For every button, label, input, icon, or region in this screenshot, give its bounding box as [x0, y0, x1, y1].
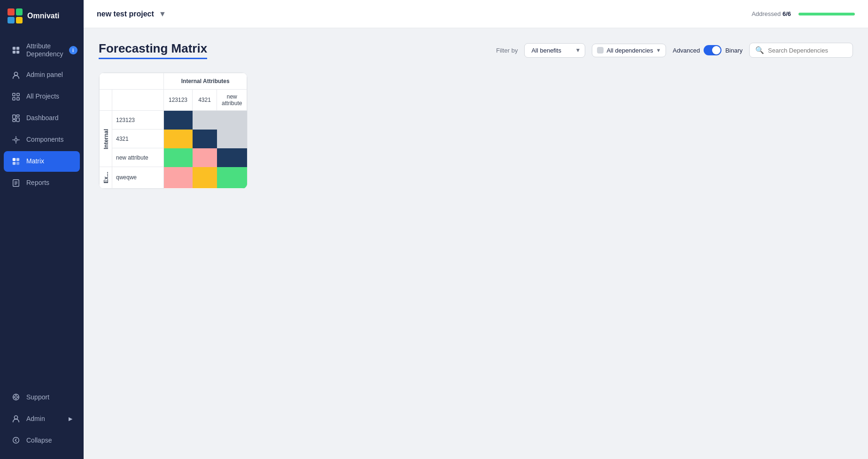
- addressed-label: Addressed 6/6: [752, 10, 791, 17]
- svg-rect-5: [13, 93, 15, 95]
- cell-0-2[interactable]: [217, 111, 247, 130]
- cell-2-0[interactable]: [164, 148, 193, 167]
- support-icon: [11, 392, 21, 402]
- table-row: 4321: [100, 130, 247, 148]
- components-icon: [11, 135, 21, 145]
- cell-0-0[interactable]: [164, 111, 193, 130]
- user-icon: [11, 70, 21, 80]
- grid-icon: [11, 46, 21, 55]
- dashboard-icon: [11, 114, 21, 123]
- topbar: new test project ▼ Addressed 6/6: [84, 0, 868, 28]
- dependencies-label: All dependencies: [606, 47, 653, 54]
- advanced-label: Advanced: [673, 47, 700, 54]
- matrix-table: Internal Attributes 123123 4321 newattri…: [99, 73, 247, 189]
- logo-area: Omnivati: [0, 0, 84, 32]
- svg-rect-16: [13, 161, 16, 164]
- cell-3-0[interactable]: [164, 167, 193, 189]
- sidebar-item-label: Admin: [26, 415, 61, 423]
- cell-1-1[interactable]: [193, 130, 217, 148]
- cell-1-0[interactable]: [164, 130, 193, 148]
- cell-3-2[interactable]: [217, 167, 247, 189]
- sidebar-item-dashboard[interactable]: Dashboard: [4, 108, 80, 129]
- search-input[interactable]: [768, 47, 847, 54]
- sidebar-item-label: Components: [26, 136, 72, 144]
- sidebar-item-components[interactable]: Components: [4, 130, 80, 150]
- col-header-1: 4321: [193, 90, 217, 111]
- svg-point-20: [15, 396, 17, 398]
- cell-0-1[interactable]: [193, 111, 217, 130]
- dep-chevron-icon: ▼: [656, 47, 661, 53]
- svg-rect-9: [13, 115, 16, 118]
- sidebar-item-label: Attribute Dependency: [26, 42, 63, 58]
- collapse-icon: [11, 436, 21, 445]
- sidebar-item-label: Reports: [26, 179, 72, 187]
- sidebar-item-admin-panel[interactable]: Admin panel: [4, 65, 80, 85]
- sidebar-item-admin[interactable]: Admin ▶: [4, 408, 80, 429]
- logo-icon: [8, 8, 23, 23]
- search-wrap: 🔍: [749, 43, 853, 58]
- corner-empty-2: [112, 90, 164, 111]
- sidebar-item-all-projects[interactable]: All Projects: [4, 86, 80, 107]
- row-group-external: Ex...: [100, 167, 112, 189]
- admin-user-icon: [11, 414, 21, 423]
- project-dropdown[interactable]: ▼: [158, 9, 167, 19]
- row-label-1: 4321: [112, 130, 164, 148]
- page-header: Forecasting Matrix Filter by All benefit…: [99, 41, 853, 59]
- svg-rect-11: [16, 118, 19, 122]
- svg-rect-7: [13, 97, 15, 99]
- sidebar-item-reports[interactable]: Reports: [4, 173, 80, 193]
- svg-rect-1: [16, 47, 19, 50]
- apps-icon: [11, 92, 21, 101]
- table-row: new attribute: [100, 148, 247, 167]
- filter-by-label: Filter by: [496, 47, 518, 54]
- admin-arrow-icon: ▶: [69, 416, 72, 422]
- sidebar-item-matrix[interactable]: Matrix: [4, 151, 80, 172]
- main-area: new test project ▼ Addressed 6/6 Forecas…: [84, 0, 868, 459]
- topbar-left: new test project ▼: [97, 9, 167, 19]
- cell-2-2[interactable]: [217, 148, 247, 167]
- dep-dot-icon: [597, 47, 604, 54]
- sidebar-item-attribute-dependency[interactable]: Attribute Dependency i: [4, 37, 80, 64]
- row-label-2: new attribute: [112, 148, 164, 167]
- sidebar-item-label: Support: [26, 393, 72, 401]
- toggle-knob: [712, 46, 721, 54]
- svg-point-4: [14, 72, 17, 75]
- svg-rect-0: [13, 47, 16, 50]
- content-area: Forecasting Matrix Filter by All benefit…: [84, 28, 868, 459]
- sidebar-bottom: Support Admin ▶ Collapse: [0, 382, 84, 459]
- cell-2-1[interactable]: [193, 148, 217, 167]
- row-group-internal: Internal: [100, 111, 112, 167]
- row-label-3: qweqwe: [112, 167, 164, 189]
- sidebar-item-label: Matrix: [26, 157, 72, 165]
- advanced-toggle[interactable]: [704, 45, 721, 55]
- svg-rect-6: [17, 93, 19, 95]
- svg-point-21: [14, 416, 17, 419]
- sidebar-item-label: Collapse: [26, 436, 72, 444]
- binary-label: Binary: [725, 47, 743, 54]
- sidebar-item-collapse[interactable]: Collapse: [4, 430, 80, 451]
- sidebar-nav: Attribute Dependency i Admin panel: [0, 32, 84, 382]
- col-group-header: Internal Attributes: [164, 73, 247, 90]
- progress-bar: [798, 13, 855, 15]
- search-icon: 🔍: [755, 46, 764, 54]
- matrix-icon: [11, 157, 21, 166]
- row-label-0: 123123: [112, 111, 164, 130]
- reports-icon: [11, 178, 21, 188]
- corner-cell: [100, 73, 164, 90]
- cell-3-1[interactable]: [193, 167, 217, 189]
- dependencies-dropdown[interactable]: All dependencies ▼: [592, 44, 666, 57]
- cell-1-2[interactable]: [217, 130, 247, 148]
- info-badge: i: [69, 46, 78, 54]
- project-name: new test project: [97, 10, 154, 18]
- benefits-dropdown-wrap: All benefits ▼: [524, 43, 585, 58]
- app-name: Omnivati: [27, 12, 59, 20]
- col-header-0: 123123: [164, 90, 193, 111]
- svg-point-22: [13, 437, 19, 444]
- sidebar-item-support[interactable]: Support: [4, 387, 80, 407]
- table-row: Ex... qweqwe: [100, 167, 247, 189]
- svg-rect-17: [16, 161, 19, 164]
- table-row: Internal 123123: [100, 111, 247, 130]
- advanced-toggle-wrap: Advanced Binary: [673, 45, 743, 55]
- benefits-dropdown[interactable]: All benefits: [524, 43, 585, 58]
- page-title: Forecasting Matrix: [99, 41, 207, 59]
